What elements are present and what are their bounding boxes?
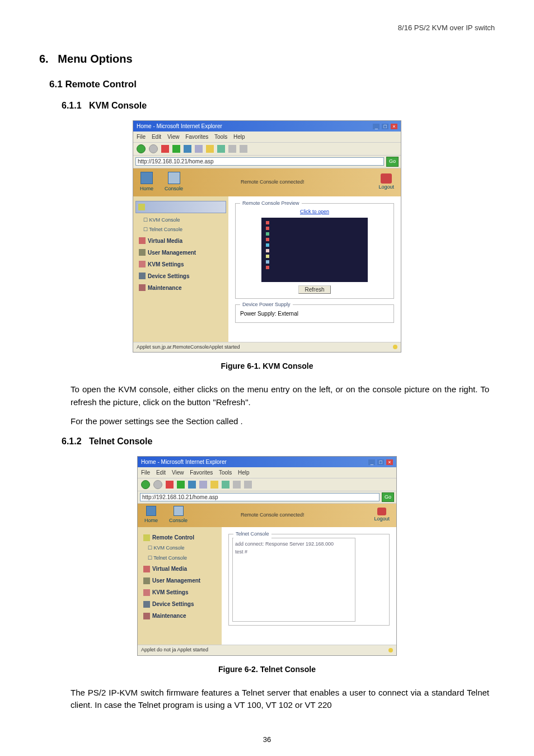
menu-help[interactable]: Help (233, 134, 245, 140)
logout-icon (377, 508, 386, 515)
console-preview[interactable] (261, 218, 368, 282)
home-icon[interactable] (188, 481, 196, 489)
window-title: Home - Microsoft Internet Explorer (141, 458, 227, 466)
sidebar-item-device-settings[interactable]: Device Settings (135, 270, 226, 282)
home-icon (146, 506, 156, 516)
refresh-icon[interactable] (177, 481, 185, 489)
stop-icon[interactable] (161, 145, 169, 153)
telnet-terminal[interactable]: add connect: Response Server 192.168.000… (232, 538, 355, 622)
menu-view[interactable]: View (167, 134, 180, 140)
favorites-icon[interactable] (206, 145, 214, 153)
sidebar-item-user-management[interactable]: User Management (135, 247, 226, 259)
fieldset-legend: Telnet Console (233, 530, 271, 538)
sidebar-item-virtual-media[interactable]: Virtual Media (140, 563, 219, 575)
maximize-icon[interactable]: □ (377, 459, 384, 465)
sidebar-label: User Management (152, 576, 200, 585)
sidebar-item-kvm-console[interactable]: ☐ KVM Console (140, 543, 219, 553)
heading-title: Menu Options (58, 53, 132, 65)
menu-file[interactable]: File (141, 469, 150, 476)
menu-help[interactable]: Help (238, 469, 250, 476)
menu-favorites[interactable]: Favorites (190, 469, 213, 476)
favorites-icon[interactable] (210, 481, 218, 489)
menu-favorites[interactable]: Favorites (185, 134, 208, 140)
maximize-icon[interactable]: □ (382, 124, 388, 129)
menu-edit[interactable]: Edit (152, 134, 161, 140)
browser-statusbar: Applet sun.jp.ar.RemoteConsoleApplet sta… (133, 342, 401, 353)
close-icon[interactable]: × (386, 459, 393, 465)
menu-tools[interactable]: Tools (214, 134, 227, 140)
close-icon[interactable]: × (391, 124, 397, 129)
sidebar-item-telnet-console[interactable]: ☐ Telnet Console (140, 553, 219, 564)
media-icon (139, 237, 146, 244)
forward-icon[interactable] (153, 480, 162, 489)
history-icon[interactable] (222, 481, 229, 489)
fieldset-legend: Remote Console Preview (240, 200, 302, 208)
app-header: Home Console Remote Console connected! L… (133, 168, 401, 196)
shield-icon (138, 204, 145, 210)
sidebar-label: User Management (148, 248, 196, 257)
minimize-icon[interactable]: _ (373, 124, 380, 129)
sidebar-label: KVM Console (154, 545, 185, 551)
menu-view[interactable]: View (172, 469, 184, 476)
sidebar-label: Virtual Media (148, 237, 182, 245)
paragraph-1: To open the KVM console, either clicks o… (71, 383, 489, 408)
sidebar-item-device-settings[interactable]: Device Settings (140, 598, 219, 610)
nav-home[interactable]: Home (140, 172, 153, 193)
sidebar-item-virtual-media[interactable]: Virtual Media (135, 235, 226, 247)
figure-caption-2: Figure 6-2. Telnet Console (39, 664, 495, 675)
page-number: 36 (39, 734, 495, 745)
telnet-line: test # (235, 548, 353, 556)
refresh-button[interactable]: Refresh (298, 285, 330, 294)
fieldset-legend: Device Power Supply (240, 301, 293, 309)
window-title: Home - Microsoft Internet Explorer (137, 122, 222, 130)
sidebar-item-kvm-settings[interactable]: KVM Settings (135, 259, 226, 270)
sidebar-label: Virtual Media (152, 565, 187, 573)
heading-title: KVM Console (89, 101, 147, 110)
telnet-line: add connect: Response Server 192.168.000 (235, 541, 353, 548)
sidebar-item-maintenance[interactable]: Maintenance (140, 610, 219, 622)
stop-icon[interactable] (166, 481, 174, 489)
forward-icon[interactable] (149, 144, 158, 153)
minimize-icon[interactable]: _ (368, 459, 375, 465)
back-icon[interactable] (141, 480, 150, 489)
sidebar-label: Telnet Console (149, 227, 182, 232)
history-icon[interactable] (217, 145, 225, 153)
print-icon[interactable] (244, 481, 252, 489)
screenshot-telnet-console: Home - Microsoft Internet Explorer _ □ ×… (137, 456, 397, 656)
window-titlebar: Home - Microsoft Internet Explorer _ □ × (138, 457, 396, 467)
nav-console[interactable]: Console (165, 172, 183, 193)
sidebar-item-maintenance[interactable]: Maintenance (135, 282, 226, 294)
go-button[interactable]: Go (386, 157, 399, 167)
click-to-open-link[interactable]: Click to open (240, 208, 389, 216)
nav-home[interactable]: Home (144, 506, 158, 525)
search-icon[interactable] (199, 481, 207, 489)
address-input[interactable] (135, 157, 384, 166)
address-input[interactable] (140, 493, 380, 501)
nav-logout[interactable]: Logout (374, 508, 390, 523)
refresh-icon[interactable] (172, 145, 180, 153)
sidebar-item-kvm-console[interactable]: ☐ KVM Console (135, 215, 226, 226)
search-icon[interactable] (195, 145, 203, 153)
print-icon[interactable] (240, 145, 247, 153)
sidebar-label: Device Settings (148, 272, 189, 280)
go-button[interactable]: Go (382, 492, 394, 503)
sidebar-item-telnet-console[interactable]: ☐ Telnet Console (135, 225, 226, 235)
heading-number: 6.1.1 (62, 101, 82, 110)
home-icon (140, 172, 153, 184)
wrench-icon (139, 284, 146, 291)
back-icon[interactable] (137, 144, 146, 153)
mail-icon[interactable] (233, 481, 241, 489)
menu-file[interactable]: File (137, 134, 146, 140)
device-icon (139, 273, 146, 279)
menu-edit[interactable]: Edit (156, 469, 166, 476)
sidebar-item-user-management[interactable]: User Management (140, 575, 219, 586)
mail-icon[interactable] (228, 145, 236, 153)
header-status: Remote Console connected! (241, 179, 305, 186)
shield-icon (143, 534, 150, 541)
nav-console[interactable]: Console (169, 506, 188, 525)
nav-logout[interactable]: Logout (378, 173, 394, 191)
menu-tools[interactable]: Tools (219, 469, 232, 476)
sidebar-item-remote-control[interactable]: Remote Control (140, 532, 219, 543)
home-icon[interactable] (184, 145, 191, 153)
sidebar-item-kvm-settings[interactable]: KVM Settings (140, 586, 219, 598)
